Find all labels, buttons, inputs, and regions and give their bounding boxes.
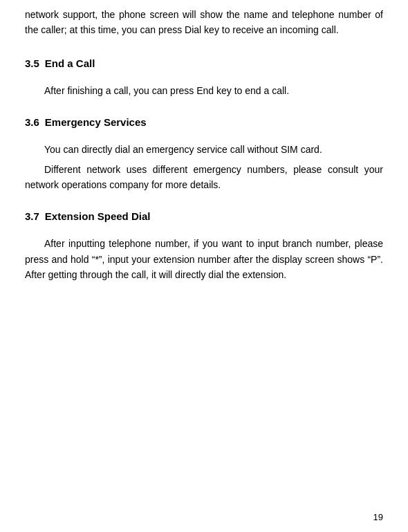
section-3-6: 3.6 Emergency Services You can directly … [25,109,383,192]
section-3-5-number: 3.5 [25,57,39,69]
section-3-6-body: You can directly dial an emergency servi… [25,142,383,192]
section-3-7-title-row: 3.7 Extension Speed Dial [25,203,383,229]
section-3-7: 3.7 Extension Speed Dial After inputting… [25,203,383,282]
section-3-5-para-0: After finishing a call, you can press En… [25,83,383,98]
section-3-5-title-row: 3.5 End a Call [25,51,383,76]
section-3-6-heading: Emergency Services [45,116,147,128]
section-3-7-body: After inputting telephone number, if you… [25,236,383,282]
intro-paragraph: network support, the phone screen will s… [25,7,383,38]
section-3-5: 3.5 End a Call After finishing a call, y… [25,51,383,98]
section-3-5-heading: End a Call [45,57,95,69]
section-3-7-number: 3.7 [25,210,39,222]
section-3-7-heading: Extension Speed Dial [45,210,151,222]
section-3-6-para-0: You can directly dial an emergency servi… [25,142,383,157]
section-3-6-number: 3.6 [25,116,39,128]
section-3-6-para-1: Different network uses different emergen… [25,162,383,193]
section-3-6-title-row: 3.6 Emergency Services [25,109,383,135]
section-3-5-body: After finishing a call, you can press En… [25,83,383,98]
page-container: network support, the phone screen will s… [0,0,408,532]
section-3-7-para-0: After inputting telephone number, if you… [25,236,383,282]
page-number: 19 [373,512,383,522]
